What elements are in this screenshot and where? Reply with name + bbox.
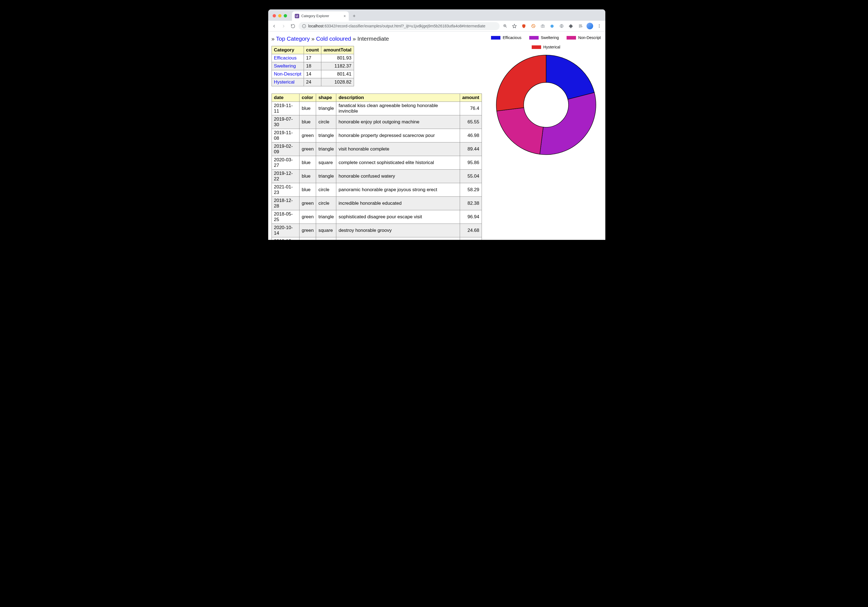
- donut-slice[interactable]: [496, 108, 543, 154]
- donut-slice[interactable]: [496, 55, 546, 111]
- amount-total-cell: 1028.82: [321, 78, 354, 86]
- detail-cell-color: green: [299, 210, 316, 224]
- tab-title: Category Explorer: [301, 14, 341, 18]
- detail-row: 2019-11-11bluetrianglefanatical kiss cle…: [271, 102, 482, 115]
- detail-cell-color: blue: [299, 170, 316, 183]
- ext-camera-icon[interactable]: [539, 22, 547, 30]
- detail-cell-shape: circle: [316, 197, 336, 210]
- summary-table: CategorycountamountTotal Efficacious1780…: [271, 46, 354, 86]
- detail-cell-shape: circle: [316, 115, 336, 129]
- svg-point-17: [599, 26, 600, 26]
- ext-blue-icon[interactable]: [548, 22, 556, 30]
- count-cell: 17: [304, 54, 321, 62]
- detail-cell-shape: triangle: [316, 170, 336, 183]
- category-link[interactable]: Non-Descript: [274, 71, 301, 77]
- browser-toolbar: localhost:63342/record-classifier/exampl…: [268, 21, 605, 31]
- amount-total-cell: 801.93: [321, 54, 354, 62]
- zoom-icon[interactable]: [501, 22, 509, 30]
- legend-item[interactable]: Efficacious: [491, 36, 521, 40]
- legend-swatch: [532, 45, 541, 49]
- detail-cell-description: complete connect sophisticated elite his…: [336, 156, 460, 170]
- legend-swatch: [491, 36, 501, 40]
- tab-strip: IJ Category Explorer × +: [268, 9, 605, 21]
- detail-cell-shape: triangle: [316, 102, 336, 115]
- back-button[interactable]: [270, 22, 278, 30]
- legend-item[interactable]: Hysterical: [532, 45, 560, 49]
- detail-cell-date: 2019-11-08: [271, 129, 299, 142]
- detail-cell-color: green: [299, 224, 316, 237]
- detail-cell-amount: 58.29: [460, 183, 482, 197]
- menu-icon[interactable]: [595, 22, 603, 30]
- amount-total-cell: 1182.37: [321, 62, 354, 70]
- detail-cell-color: green: [299, 129, 316, 142]
- favicon-icon: IJ: [295, 14, 299, 18]
- detail-row: 2020-03-27bluesquarecomplete connect sop…: [271, 156, 482, 170]
- detail-cell-date: 2018-05-25: [271, 210, 299, 224]
- detail-table: datecolorshapedescriptionamount 2019-11-…: [271, 93, 482, 240]
- extensions-icon[interactable]: [567, 22, 575, 30]
- detail-cell-amount: 89.44: [460, 142, 482, 156]
- detail-cell-description: fanatical kiss clean agreeable belong ho…: [336, 102, 460, 115]
- browser-window: IJ Category Explorer × + localhost:63342…: [268, 9, 605, 240]
- detail-cell-date: 2019-11-11: [271, 102, 299, 115]
- detail-row: 2018-05-25greentrianglesophisticated dis…: [271, 210, 482, 224]
- ext-orange-icon[interactable]: [530, 22, 537, 30]
- detail-header: color: [299, 94, 316, 102]
- breadcrumb-current: Intermediate: [357, 36, 389, 42]
- ext-ublock-icon[interactable]: [520, 22, 528, 30]
- detail-cell-amount: 95.91: [460, 237, 482, 240]
- forward-button[interactable]: [280, 22, 288, 30]
- minimize-window-button[interactable]: [278, 14, 282, 17]
- browser-tab[interactable]: IJ Category Explorer ×: [292, 11, 349, 21]
- donut-slice[interactable]: [540, 92, 596, 155]
- close-tab-icon[interactable]: ×: [344, 14, 346, 18]
- reading-list-icon[interactable]: [577, 22, 584, 30]
- detail-cell-shape: triangle: [316, 129, 336, 142]
- detail-cell-amount: 24.68: [460, 224, 482, 237]
- summary-row: Efficacious17801.93: [271, 54, 354, 62]
- category-link[interactable]: Efficacious: [274, 55, 297, 60]
- detail-cell-description: incredible honorable educated: [336, 197, 460, 210]
- legend-swatch: [567, 36, 576, 40]
- category-link[interactable]: Sweltering: [274, 63, 296, 69]
- maximize-window-button[interactable]: [284, 14, 287, 17]
- detail-cell-amount: 76.4: [460, 102, 482, 115]
- detail-cell-shape: circle: [316, 237, 336, 240]
- donut-chart: [493, 51, 599, 156]
- detail-cell-amount: 46.98: [460, 129, 482, 142]
- legend-item[interactable]: Non-Descript: [567, 36, 601, 40]
- detail-cell-date: 2020-10-14: [271, 224, 299, 237]
- detail-cell-description: visit honorable complete: [336, 142, 460, 156]
- detail-cell-color: blue: [299, 156, 316, 170]
- detail-header: description: [336, 94, 460, 102]
- address-bar[interactable]: localhost:63342/record-classifier/exampl…: [299, 22, 500, 30]
- breadcrumb-root[interactable]: Top Category: [276, 36, 310, 42]
- detail-cell-color: green: [299, 197, 316, 210]
- profile-avatar[interactable]: [586, 22, 594, 30]
- donut-slice[interactable]: [546, 55, 594, 99]
- legend-label: Hysterical: [543, 45, 560, 49]
- count-cell: 14: [304, 70, 321, 78]
- legend-label: Sweltering: [541, 36, 559, 40]
- count-cell: 18: [304, 62, 321, 70]
- detail-cell-color: green: [299, 142, 316, 156]
- breadcrumb-parent[interactable]: Cold coloured: [316, 36, 351, 42]
- detail-cell-shape: triangle: [316, 210, 336, 224]
- new-tab-button[interactable]: +: [350, 12, 358, 20]
- detail-row: 2021-01-23bluecirclepanoramic honorable …: [271, 183, 482, 197]
- star-icon[interactable]: [511, 22, 518, 30]
- detail-cell-description: honorable enjoy plot outgoing machine: [336, 115, 460, 129]
- reload-button[interactable]: [289, 22, 297, 30]
- url-host: localhost:63342/record-classifier/exampl…: [308, 24, 485, 28]
- svg-point-16: [599, 24, 600, 25]
- chart-legend: EfficaciousSwelteringNon-DescriptHysteri…: [490, 36, 602, 49]
- detail-cell-description: sophisticated disagree pour escape visit: [336, 210, 460, 224]
- legend-label: Non-Descript: [578, 36, 601, 40]
- close-window-button[interactable]: [273, 14, 276, 17]
- category-link[interactable]: Hysterical: [274, 79, 295, 85]
- detail-cell-amount: 55.04: [460, 170, 482, 183]
- detail-cell-description: wax agreeable spy clover honorable stick: [336, 237, 460, 240]
- legend-item[interactable]: Sweltering: [529, 36, 559, 40]
- ext-globe-icon[interactable]: [558, 22, 566, 30]
- detail-cell-amount: 95.86: [460, 156, 482, 170]
